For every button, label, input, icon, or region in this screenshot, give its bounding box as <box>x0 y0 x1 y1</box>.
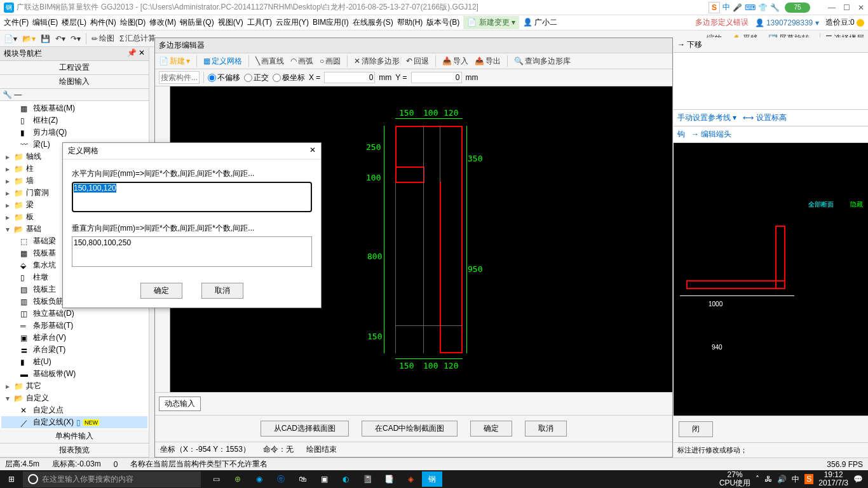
menu-cloud[interactable]: 云应用(Y) <box>276 17 309 28</box>
dialog-ok-button[interactable]: 确定 <box>140 283 182 299</box>
panel-pin-icon[interactable]: 📌 ✕ <box>127 48 145 59</box>
tree-item[interactable]: ▮桩(U) <box>1 356 147 368</box>
y-input[interactable] <box>411 72 462 83</box>
close-button[interactable]: ✕ <box>858 3 864 12</box>
app-icon[interactable]: ◐ <box>336 471 356 487</box>
poly-new-button[interactable]: 📄 新建 ▾ <box>159 56 190 67</box>
app-icon[interactable]: 📑 <box>379 471 399 487</box>
menu-floor[interactable]: 楼层(L) <box>62 17 86 28</box>
app-icon[interactable]: 📓 <box>357 471 377 487</box>
clock-date[interactable]: 2017/7/3 <box>818 479 848 487</box>
draw-line-button[interactable]: ╲ 画直线 <box>255 56 284 67</box>
menu-member[interactable]: 构件(N) <box>90 17 116 28</box>
tree-group-other[interactable]: ▸📁 其它 <box>1 380 147 392</box>
ime-hanger-icon[interactable]: 👕 <box>758 3 768 12</box>
menu-bim[interactable]: BIM应用(I) <box>313 17 349 28</box>
menu-view[interactable]: 视图(V) <box>218 17 243 28</box>
clear-polygon-button[interactable]: ✕ 清除多边形 <box>354 56 400 67</box>
tree-item[interactable]: ▣桩承台(V) <box>1 332 147 344</box>
polar-radio[interactable]: 极坐标 <box>273 72 305 83</box>
tree-item[interactable]: ✕自定义点 <box>1 404 147 416</box>
menu-modify[interactable]: 修改(M) <box>149 17 176 28</box>
export-button[interactable]: 📤 导出 <box>475 56 501 67</box>
user-id[interactable]: 👤 13907298339 ▾ <box>755 18 819 27</box>
cad-draw-button[interactable]: 在CAD中绘制截面图 <box>362 421 458 437</box>
sogou-icon[interactable]: S <box>709 2 720 13</box>
poly-cancel-button[interactable]: 取消 <box>525 421 567 437</box>
draw-input-section[interactable]: 绘图输入 <box>0 75 149 89</box>
manual-ref-button[interactable]: 手动设置参考线 ▾ <box>677 112 736 123</box>
ime-kb-icon[interactable]: ⌨ <box>745 3 756 12</box>
back-button[interactable]: ↶ 回退 <box>406 56 429 67</box>
tray-notification-icon[interactable]: 💬 <box>853 475 863 484</box>
app-icon[interactable]: ▣ <box>314 471 334 487</box>
draw-circle-button[interactable]: ○ 画圆 <box>320 56 341 67</box>
poly-ok-button[interactable]: 确定 <box>470 421 512 437</box>
taskbar-search[interactable]: 在这里输入你要搜索的内容 <box>23 471 201 487</box>
tree-item-selected[interactable]: ／自定义线(X)▯NEW <box>1 416 147 428</box>
ime-wrench-icon[interactable]: 🔧 <box>770 3 780 12</box>
edit-end-button[interactable]: → 编辑端头 <box>691 129 731 140</box>
menu-help[interactable]: 帮助(H) <box>397 17 423 28</box>
save-button[interactable]: 💾 <box>41 34 50 43</box>
tree-group-custom[interactable]: ▾📂 自定义 <box>1 392 147 404</box>
v-spacing-input[interactable]: 150,800,100,250 <box>72 236 312 267</box>
report-section[interactable]: 报表预览 <box>0 444 149 458</box>
tree-item[interactable]: ▦筏板基础(M) <box>1 102 147 114</box>
menu-edit[interactable]: 编辑(E) <box>32 17 58 28</box>
app-icon[interactable]: ◈ <box>400 471 421 487</box>
gxe-link[interactable]: 👤 广小二 <box>523 17 557 28</box>
tree-item[interactable]: ═条形基础(T) <box>1 320 147 332</box>
minimize-button[interactable]: — <box>828 3 836 12</box>
app-icon[interactable]: 钢 <box>422 471 442 487</box>
tray-up-icon[interactable]: ˄ <box>756 475 759 484</box>
dialog-cancel-button[interactable]: 取消 <box>201 283 243 299</box>
app-icon[interactable]: 🛍 <box>292 471 313 487</box>
tree-item[interactable]: ▯框柱(Z) <box>1 114 147 126</box>
right-close-button[interactable]: 闭 <box>679 421 713 437</box>
undo-button[interactable]: ↶▾ <box>55 34 65 43</box>
menu-file[interactable]: 文件(F) <box>4 17 29 28</box>
x-input[interactable] <box>324 72 375 83</box>
query-button[interactable]: 🔍 查询多边形库 <box>514 56 571 67</box>
no-offset-radio[interactable]: 不偏移 <box>208 72 240 83</box>
hook-button[interactable]: 钩 <box>677 129 685 140</box>
app-icon[interactable]: ⊕ <box>227 471 248 487</box>
start-button[interactable]: ⊞ <box>0 475 23 484</box>
open-button[interactable]: 📂▾ <box>22 34 36 43</box>
tray-sogou-icon[interactable]: S <box>804 474 813 484</box>
app-icon[interactable]: ◉ <box>249 471 269 487</box>
redo-button[interactable]: ↷▾ <box>71 34 81 43</box>
dynamic-input-button[interactable]: 动态输入 <box>159 396 201 411</box>
define-grid-button[interactable]: ▦ 定义网格 <box>203 56 242 67</box>
tray-ime-icon[interactable]: 中 <box>792 474 799 485</box>
ime-mic-icon[interactable]: 🎤 <box>733 3 742 12</box>
set-elev-button[interactable]: ⟷ 设置标高 <box>743 112 786 123</box>
sum-calc[interactable]: Σ 汇总计算 <box>119 33 156 44</box>
tree-item[interactable]: ▬基础板带(W) <box>1 368 147 380</box>
draw-arc-button[interactable]: ◠ 画弧 <box>290 56 313 67</box>
import-button[interactable]: 📥 导入 <box>442 56 468 67</box>
ime-lang[interactable]: 中 <box>722 2 730 13</box>
menu-draw[interactable]: 绘图(D) <box>120 17 146 28</box>
ortho-radio[interactable]: 正交 <box>244 72 269 83</box>
panel-tabs[interactable]: 🔧 — <box>0 89 149 101</box>
tree-item[interactable]: ◫独立基础(D) <box>1 308 147 320</box>
menu-rebar[interactable]: 钢筋量(Q) <box>180 17 214 28</box>
right-move-down[interactable]: → 下移 <box>677 39 702 50</box>
menu-online[interactable]: 在线服务(S) <box>353 17 393 28</box>
menu-tool[interactable]: 工具(T) <box>247 17 272 28</box>
app-icon[interactable]: ⓔ <box>271 471 291 487</box>
single-input-section[interactable]: 单构件输入 <box>0 430 149 444</box>
dialog-close-icon[interactable]: ✕ <box>309 146 316 156</box>
new-file-button[interactable]: 📄▾ <box>4 34 17 43</box>
tree-item[interactable]: ▮剪力墙(Q) <box>1 126 147 139</box>
tray-network-icon[interactable]: 🖧 <box>764 475 772 484</box>
tray-volume-icon[interactable]: 🔊 <box>777 475 787 484</box>
maximize-button[interactable]: ☐ <box>843 3 850 12</box>
search-input[interactable] <box>159 71 200 84</box>
tree-item[interactable]: 〓承台梁(T) <box>1 344 147 356</box>
new-change-button[interactable]: 📄 新建变更 ▾ <box>463 16 519 29</box>
menu-version[interactable]: 版本号(B) <box>426 17 459 28</box>
app-icon[interactable]: ▭ <box>206 471 226 487</box>
